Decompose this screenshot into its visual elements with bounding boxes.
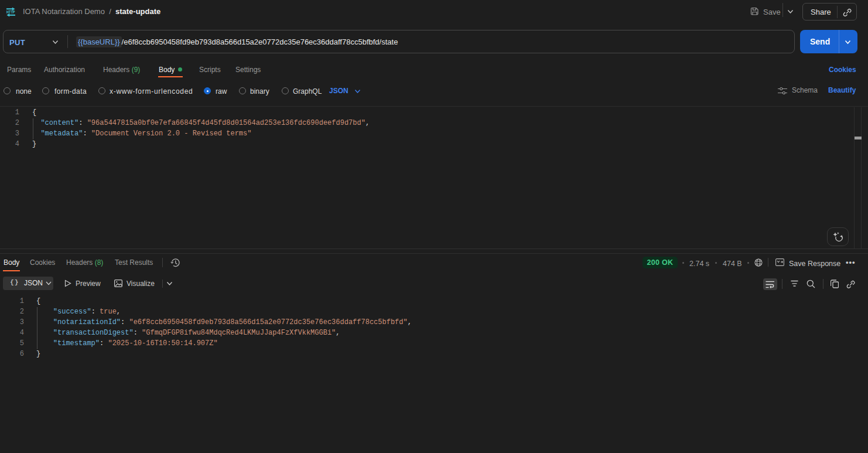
svg-text:HTTP: HTTP	[6, 10, 15, 14]
